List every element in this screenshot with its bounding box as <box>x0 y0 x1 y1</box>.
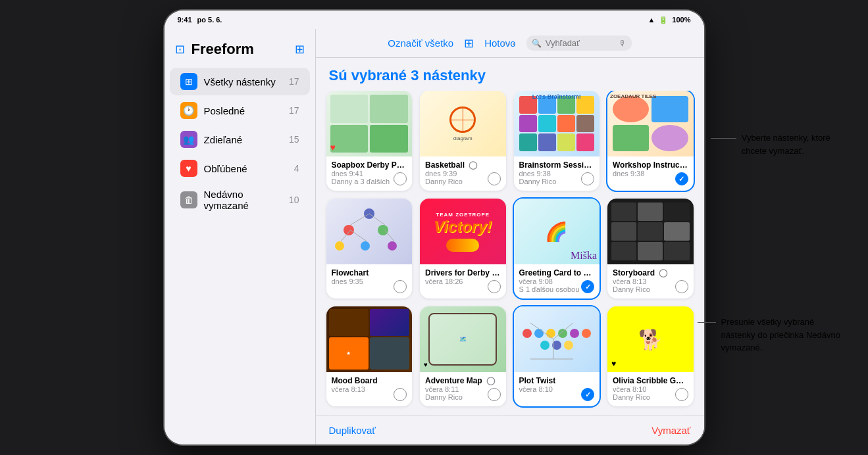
svg-line-0 <box>350 214 369 225</box>
sidebar-toggle-icon[interactable]: ⊡ <box>175 42 185 57</box>
board-name-olivia: Olivia Scribble Game ◯ <box>613 376 688 385</box>
recent-icon: 🕐 <box>180 102 197 119</box>
board-card-flowchart[interactable]: Flowchart dnes 9:35 <box>326 199 413 299</box>
board-card-brainstorm[interactable]: Let's Brainstorm! Brainstorm Session ◯ d… <box>514 91 600 191</box>
sidebar-item-shared-label: Zdieľané <box>204 134 282 145</box>
svg-line-1 <box>369 214 384 225</box>
select-circle-mood[interactable] <box>394 388 407 401</box>
sidebar-item-all-label: Všetky nástenky <box>204 76 282 87</box>
select-all-button[interactable]: Označiť všetko <box>388 37 453 49</box>
rainbow-emoji: 🌈 <box>545 221 568 243</box>
board-name-basketball: Basketball ◯ <box>425 160 501 170</box>
boards-row-2: Flowchart dnes 9:35 TEAM ZOETROPE Victor… <box>326 199 694 299</box>
board-name-derby: Drivers for Derby Heats <box>425 268 501 277</box>
plottwist-lines <box>514 306 600 372</box>
bottom-bar: Duplikovať Vymazať <box>316 416 704 444</box>
board-name-workshop: Workshop Instructions <box>613 160 688 170</box>
board-thumbnail-mood: ★ <box>326 306 413 372</box>
share-icon-adventure: ◯ <box>486 376 495 385</box>
sidebar-item-all-count: 17 <box>289 76 299 87</box>
sidebar-item-shared-count: 15 <box>289 134 299 145</box>
sidebar-title: Freeform <box>191 41 254 58</box>
board-name-brainstorm: Brainstorm Session ◯ <box>519 160 595 170</box>
board-card-greeting[interactable]: 🌈 Miška Greeting Card to Sign ◯ <box>514 199 600 299</box>
select-circle-basketball[interactable] <box>488 172 501 185</box>
select-circle-plottwist[interactable] <box>581 388 594 401</box>
boards-grid: ♥ Soapbox Derby Plannin... dnes 9:41 Dan… <box>316 91 704 444</box>
svg-line-5 <box>530 323 553 339</box>
new-board-icon[interactable]: ⊞ <box>295 42 305 57</box>
toolbar-dots: ··· <box>503 36 517 50</box>
select-circle-workshop[interactable] <box>675 172 688 185</box>
select-circle-greeting[interactable] <box>581 280 594 293</box>
board-thumbnail-greeting: 🌈 Miška <box>514 199 600 264</box>
board-thumbnail-flowchart <box>326 199 413 264</box>
favorites-icon: ♥ <box>180 160 197 177</box>
board-card-storyboard[interactable]: Storyboard ◯ včera 8:13 Danny Rico <box>607 199 694 299</box>
flowchart-lines <box>326 199 413 264</box>
board-name-soapbox: Soapbox Derby Plannin... <box>332 160 407 170</box>
selection-title: Sú vybrané 3 nástenky <box>329 67 486 84</box>
board-card-olivia[interactable]: 🐕 ♥ Olivia Scribble Game ◯ včera 8:10 Da… <box>607 306 694 406</box>
board-name-plottwist: Plot Twist <box>519 376 595 385</box>
select-circle-storyboard[interactable] <box>675 280 688 293</box>
search-bar[interactable]: 🔍 🎙 <box>526 36 632 51</box>
select-circle-flowchart[interactable] <box>394 280 407 293</box>
board-card-derby[interactable]: TEAM ZOETROPE Victory! Drivers for Derby… <box>420 199 506 299</box>
sidebar: ⊡ Freeform ⊞ ⊞ Všetky nástenky 17 🕐 Posl… <box>165 29 316 444</box>
grid-view-icon[interactable]: ⊞ <box>464 36 474 51</box>
sidebar-item-deleted-label: Nedávno vymazané <box>204 189 282 211</box>
svg-line-4 <box>384 230 394 241</box>
board-card-workshop[interactable]: ZOEADAUR TILES Workshop Instructions dne… <box>607 91 694 191</box>
search-input[interactable] <box>546 38 615 48</box>
sidebar-item-shared[interactable]: 👥 Zdieľané 15 <box>170 126 310 153</box>
heart-adventure: ♥ <box>424 361 428 368</box>
board-thumbnail-workshop: ZOEADAUR TILES <box>607 91 694 156</box>
sidebar-item-recent[interactable]: 🕐 Posledné 17 <box>170 97 310 124</box>
toolbar: ··· Označiť všetko ⊞ Hotovo 🔍 🎙 <box>316 29 704 58</box>
sidebar-item-favorites-count: 4 <box>294 163 299 174</box>
sidebar-item-deleted-count: 10 <box>289 195 299 205</box>
board-thumbnail-plottwist <box>514 306 600 372</box>
select-circle-brainstorm[interactable] <box>581 172 594 185</box>
board-name-greeting: Greeting Card to Sign ◯ <box>519 268 595 277</box>
board-card-basketball[interactable]: diagram Basketball ◯ dnes 9:39 Danny Ric… <box>420 91 506 191</box>
microphone-icon[interactable]: 🎙 <box>619 39 626 48</box>
sidebar-item-favorites-label: Obľúbené <box>204 163 288 174</box>
status-bar: 9:41 po 5. 6. ▲ 🔋 100% <box>165 11 704 29</box>
select-circle-soapbox[interactable] <box>394 172 407 185</box>
heart-icon: ♥ <box>330 142 336 153</box>
heart-olivia: ♥ <box>611 359 616 368</box>
callout-top: Vyberte nástenky, ktoré chcete vymazať. <box>711 132 842 157</box>
board-thumbnail-basketball: diagram <box>420 91 506 156</box>
delete-button[interactable]: Vymazať <box>651 425 690 436</box>
duplicate-button[interactable]: Duplikovať <box>329 425 376 436</box>
board-card-soapbox[interactable]: ♥ Soapbox Derby Plannin... dnes 9:41 Dan… <box>326 91 413 191</box>
select-circle-derby[interactable] <box>488 280 501 293</box>
callout-top-text: Vyberte nástenky, ktoré chcete vymazať. <box>742 133 830 156</box>
board-thumbnail-adventure: 🗺️ ♥ <box>420 306 506 372</box>
boards-row-1: ♥ Soapbox Derby Plannin... dnes 9:41 Dan… <box>326 91 694 191</box>
select-circle-olivia[interactable] <box>675 388 688 401</box>
board-thumbnail-derby: TEAM ZOETROPE Victory! <box>420 199 506 264</box>
callout-bottom: Presunie všetky vybrané nástenky do prie… <box>698 316 842 354</box>
sidebar-item-all[interactable]: ⊞ Všetky nástenky 17 <box>170 68 310 95</box>
boards-row-3: ★ Mood Board včera 8:13 <box>326 306 694 406</box>
board-card-adventure[interactable]: 🗺️ ♥ Adventure Map ◯ včera 8:11 Dan <box>420 306 506 406</box>
section-header: Sú vybrané 3 nástenky <box>316 58 704 91</box>
callout-bottom-text: Presunie všetky vybrané nástenky do prie… <box>721 317 840 352</box>
sidebar-item-deleted[interactable]: 🗑 Nedávno vymazané 10 <box>170 183 310 216</box>
board-card-mood[interactable]: ★ Mood Board včera 8:13 <box>326 306 413 406</box>
miska-text: Miška <box>571 250 597 262</box>
select-circle-adventure[interactable] <box>488 388 501 401</box>
board-card-plottwist[interactable]: Plot Twist včera 8:10 <box>514 306 600 406</box>
board-name-storyboard: Storyboard ◯ <box>613 268 688 277</box>
share-icon-storyboard: ◯ <box>659 268 667 277</box>
sidebar-item-recent-count: 17 <box>289 105 299 116</box>
sidebar-item-favorites[interactable]: ♥ Obľúbené 4 <box>170 155 310 182</box>
sidebar-item-recent-label: Posledné <box>204 105 282 116</box>
board-thumbnail-brainstorm: Let's Brainstorm! <box>514 91 600 156</box>
wifi-icon: ▲ <box>648 16 655 24</box>
deleted-icon: 🗑 <box>180 191 197 208</box>
search-icon: 🔍 <box>532 39 542 48</box>
